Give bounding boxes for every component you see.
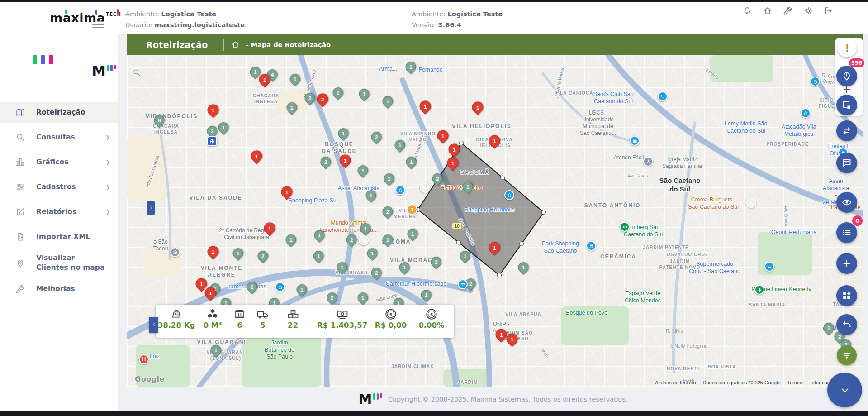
sidebar-item-gr-ficos[interactable]: Gráficos❯ <box>0 152 118 172</box>
map-attribution-item[interactable]: Termos <box>787 380 804 385</box>
tools-icon[interactable] <box>783 6 793 16</box>
client-marker[interactable]: 1 <box>419 288 434 303</box>
poi-food-marker[interactable] <box>746 198 756 208</box>
client-marker-red[interactable]: 2 <box>314 91 330 107</box>
client-marker[interactable]: 1 <box>356 291 370 306</box>
map-search-icon[interactable] <box>132 68 141 77</box>
client-marker[interactable]: 2 <box>303 91 318 106</box>
client-marker[interactable]: 1 <box>397 260 412 275</box>
client-marker[interactable]: 1 <box>209 343 223 358</box>
poi-tree-marker[interactable] <box>754 285 764 295</box>
alerts-button[interactable] <box>837 38 857 57</box>
client-marker-red[interactable]: 1 <box>248 148 264 164</box>
client-marker[interactable]: 2 <box>318 155 333 170</box>
client-marker[interactable]: 1 <box>458 249 473 264</box>
client-marker[interactable]: 1 <box>284 233 299 248</box>
settings-gear-icon[interactable] <box>803 6 813 16</box>
client-marker[interactable]: 1 <box>380 94 395 109</box>
home-icon[interactable] <box>763 6 773 16</box>
client-marker[interactable]: 1 <box>405 227 420 242</box>
client-marker[interactable]: 1 <box>285 100 299 115</box>
client-marker[interactable]: 1 <box>365 246 380 261</box>
client-marker[interactable]: 1 <box>516 260 531 275</box>
poi-cart-marker[interactable] <box>658 91 668 101</box>
client-marker-red[interactable]: 1 <box>205 102 221 118</box>
client-marker[interactable]: 2 <box>325 291 340 306</box>
client-marker[interactable]: 1 <box>312 228 327 243</box>
client-marker[interactable]: 1 <box>331 86 346 100</box>
undo-button[interactable] <box>836 314 857 335</box>
poi-food-marker[interactable] <box>359 235 369 245</box>
client-marker[interactable]: 1 <box>216 120 231 135</box>
poi-bag-marker[interactable] <box>504 190 514 200</box>
logout-icon[interactable] <box>824 6 834 16</box>
client-marker[interactable]: 2 <box>430 172 445 186</box>
poi-church-marker[interactable] <box>643 157 653 167</box>
sidebar-item-importar-xml[interactable]: Importar XML <box>0 226 118 247</box>
expand-panel-tab[interactable] <box>147 201 155 215</box>
client-marker-orange[interactable]: 1 <box>407 204 417 215</box>
client-marker[interactable]: 1 <box>356 163 370 178</box>
poi-bag-marker[interactable] <box>586 241 596 251</box>
sidebar-item-cadastros[interactable]: Cadastros❯ <box>0 177 118 197</box>
client-marker[interactable]: 8 <box>152 113 167 128</box>
client-marker[interactable]: 1 <box>380 233 395 248</box>
client-marker[interactable]: 1 <box>364 188 379 203</box>
client-marker-red[interactable]: 1 <box>486 239 502 255</box>
client-marker-red[interactable]: 1 <box>445 155 460 171</box>
client-marker[interactable]: 2 <box>256 249 270 264</box>
poi-dumbbell-marker[interactable] <box>620 222 630 232</box>
client-marker[interactable]: 1 <box>382 172 397 186</box>
client-marker[interactable]: 1 <box>403 60 418 75</box>
zoom-in-button[interactable] <box>841 84 852 95</box>
collapse-toolbar-button[interactable] <box>827 373 862 407</box>
map-attribution-item[interactable]: Dados cartográficos ©2025 Google <box>703 380 781 385</box>
client-marker-red[interactable]: 1 <box>261 220 277 236</box>
breadcrumb-home-icon[interactable] <box>231 40 240 49</box>
client-marker[interactable]: 2 <box>344 233 359 248</box>
dashboard-button[interactable] <box>836 285 857 306</box>
client-marker[interactable]: 1 <box>357 87 372 102</box>
add-button[interactable] <box>836 253 857 274</box>
sidebar-item-melhorias[interactable]: Melhorias <box>0 279 118 300</box>
client-marker[interactable]: 1 <box>336 126 351 141</box>
sidebar-item-relat-rios[interactable]: Relatórios❯ <box>0 201 118 222</box>
visibility-button[interactable] <box>836 192 857 213</box>
client-marker-red[interactable]: 1 <box>337 152 353 168</box>
poi-bag-marker[interactable] <box>801 108 811 118</box>
notifications-bell-icon[interactable] <box>742 6 752 16</box>
client-marker[interactable]: 1 <box>821 321 836 336</box>
client-marker[interactable]: 2 <box>369 130 384 145</box>
client-marker[interactable]: 1 <box>311 249 326 264</box>
client-marker-red[interactable]: 1 <box>435 128 451 143</box>
app-logo[interactable]: maximaTECH <box>50 11 121 25</box>
chat-button[interactable] <box>836 153 857 173</box>
client-marker[interactable]: 2 <box>380 205 395 220</box>
poi-h-marker[interactable]: H <box>139 354 149 364</box>
client-marker[interactable]: 1 <box>460 180 475 195</box>
client-marker-red[interactable]: 1 <box>279 184 294 200</box>
map-attribution-item[interactable]: Atalhos do teclado <box>655 380 696 385</box>
client-marker[interactable]: 2 <box>369 266 384 281</box>
list-button[interactable] <box>836 222 857 243</box>
client-marker-red[interactable]: 1 <box>470 99 485 115</box>
sidebar-item-visualizar-clientes-no-mapa[interactable]: Visualizar Clientes no mapa <box>0 251 118 275</box>
map-canvas[interactable]: MIRANDÓPOLISCHÁCARA INGLESACHÁCARA INGLE… <box>127 55 863 387</box>
client-marker-red[interactable]: 1 <box>417 98 433 114</box>
client-marker[interactable]: 1 <box>358 221 373 236</box>
poi-cart-marker[interactable] <box>458 279 468 289</box>
select-area-button[interactable] <box>836 95 857 115</box>
client-marker[interactable]: 1 <box>404 155 419 170</box>
client-marker-red[interactable]: 1 <box>446 141 462 157</box>
client-marker[interactable]: 1 <box>335 260 350 275</box>
client-marker[interactable]: 1 <box>294 282 309 297</box>
poi-cart-marker[interactable] <box>764 262 774 272</box>
client-marker[interactable]: 1 <box>288 72 303 87</box>
client-marker[interactable]: 2 <box>429 255 444 270</box>
poi-bag-marker[interactable] <box>395 185 405 195</box>
poi-metro-marker[interactable] <box>207 136 217 146</box>
client-marker-red[interactable]: 1 <box>205 244 221 259</box>
client-marker[interactable]: 2 <box>245 280 260 295</box>
client-marker[interactable]: 1 <box>231 246 246 261</box>
poi-lock-marker[interactable] <box>810 77 820 86</box>
